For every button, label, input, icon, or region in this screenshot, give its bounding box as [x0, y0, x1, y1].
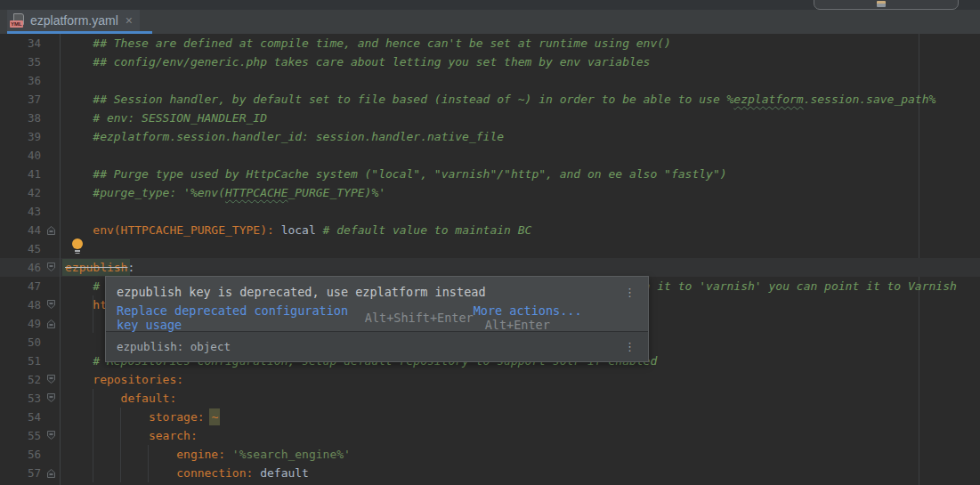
code-text: engine: '%search_engine%'	[61, 445, 351, 464]
code-text	[61, 202, 65, 221]
fold-marker-slot	[45, 352, 60, 370]
kebab-menu-icon[interactable]: ⋮	[622, 286, 637, 299]
fold-marker-icon[interactable]	[45, 314, 60, 333]
line-number: 57	[0, 464, 45, 482]
fold-marker-icon[interactable]	[45, 426, 60, 445]
code-line[interactable]: 36	[0, 71, 980, 90]
code-line[interactable]: 54 storage: ~	[0, 408, 980, 426]
fold-marker-icon[interactable]	[45, 464, 60, 482]
replace-action-shortcut: Alt+Shift+Enter	[365, 311, 474, 325]
line-number: 52	[0, 370, 45, 389]
code-line[interactable]: 41 ## Purge type used by HttpCache syste…	[0, 165, 980, 183]
code-text: #purge_type: '%env(HTTPCACHE_PURGE_TYPE)…	[61, 183, 385, 202]
line-number: 40	[0, 146, 45, 165]
code-text: ## config/env/generic.php takes care abo…	[61, 53, 650, 71]
code-line[interactable]: 45	[0, 239, 980, 258]
fold-marker-slot	[45, 127, 60, 146]
line-number: 55	[0, 426, 45, 445]
more-actions-link[interactable]: More actions...	[474, 303, 582, 318]
window-top-strip	[0, 0, 980, 10]
line-number: 53	[0, 389, 45, 408]
fold-marker-slot	[45, 109, 60, 127]
ide-window: YML ezplatform.yaml × 34 ## These are de…	[0, 0, 980, 485]
gutter: 34	[0, 34, 61, 53]
code-line[interactable]: 43	[0, 202, 980, 221]
yml-badge: YML	[10, 20, 23, 28]
more-actions-shortcut: Alt+Enter	[485, 318, 550, 332]
line-number: 45	[0, 239, 45, 258]
code-line[interactable]: 55 search:	[0, 426, 980, 445]
code-text: search:	[61, 426, 198, 445]
line-number: 35	[0, 53, 45, 71]
replace-action-link[interactable]: Replace deprecated configuration key usa…	[117, 303, 353, 332]
popup-doc-row: ezpublish: object ⋮	[106, 331, 648, 361]
code-text: ## These are defined at compile time, an…	[61, 34, 671, 53]
code-line[interactable]: 38 # env: SESSION_HANDLER_ID	[0, 109, 980, 127]
fold-marker-slot	[45, 71, 60, 90]
line-number: 50	[0, 333, 45, 352]
code-text: connection: default	[61, 464, 309, 482]
gutter: 55	[0, 426, 61, 445]
code-line[interactable]: 42 #purge_type: '%env(HTTPCACHE_PURGE_TY…	[0, 183, 980, 202]
code-text: ezpublish:	[61, 258, 134, 277]
line-number: 36	[0, 71, 45, 90]
popup-title-row: ezpublish key is deprecated, use ezplatf…	[106, 277, 648, 304]
code-line[interactable]: 35 ## config/env/generic.php takes care …	[0, 53, 980, 71]
code-text	[61, 314, 65, 333]
code-text	[61, 333, 65, 352]
gutter: 42	[0, 183, 61, 202]
intention-lightbulb-icon[interactable]	[72, 238, 84, 255]
line-number: 42	[0, 183, 45, 202]
gutter: 37	[0, 90, 61, 109]
gutter: 57	[0, 464, 61, 482]
intention-popup: ezpublish key is deprecated, use ezplatf…	[105, 276, 649, 362]
code-line[interactable]: 44 env(HTTPCACHE_PURGE_TYPE): local # de…	[0, 221, 980, 239]
code-line[interactable]: 57 connection: default	[0, 464, 980, 482]
tab-close-icon[interactable]: ×	[126, 14, 133, 27]
code-line[interactable]: 40	[0, 146, 980, 165]
code-line[interactable]: 39 #ezplatform.session.handler_id: sessi…	[0, 127, 980, 146]
fold-marker-icon[interactable]	[45, 295, 60, 314]
code-text: #ezplatform.session.handler_id: session.…	[61, 127, 504, 146]
popup-doc-text: ezpublish: object	[117, 340, 231, 353]
code-line[interactable]: 34 ## These are defined at compile time,…	[0, 34, 980, 53]
fold-marker-slot	[45, 202, 60, 221]
code-text: ## Session handler, by default set to fi…	[61, 90, 935, 109]
fold-marker-icon[interactable]	[45, 370, 60, 389]
tab-ezplatform-yaml[interactable]: YML ezplatform.yaml ×	[7, 10, 140, 31]
code-line[interactable]: 46ezpublish:	[0, 258, 980, 277]
code-text	[61, 146, 65, 165]
fold-marker-icon[interactable]	[45, 389, 60, 408]
code-text: ## Purge type used by HttpCache system (…	[61, 165, 727, 183]
fold-marker-slot	[45, 165, 60, 183]
gutter: 53	[0, 389, 61, 408]
popup-title: ezpublish key is deprecated, use ezplatf…	[117, 285, 486, 299]
line-number: 48	[0, 295, 45, 314]
line-number: 43	[0, 202, 45, 221]
gutter: 40	[0, 146, 61, 165]
code-line[interactable]: 52 repositories:	[0, 370, 980, 389]
code-lines: 34 ## These are defined at compile time,…	[0, 34, 980, 485]
tab-title: ezplatform.yaml	[30, 13, 118, 28]
kebab-menu-icon[interactable]: ⋮	[622, 340, 637, 353]
editor-tab-bar: YML ezplatform.yaml ×	[0, 10, 980, 34]
code-line[interactable]: 53 default:	[0, 389, 980, 408]
fold-marker-slot	[45, 183, 60, 202]
gutter: 35	[0, 53, 61, 71]
line-number: 44	[0, 221, 45, 239]
code-text: env(HTTPCACHE_PURGE_TYPE): local # defau…	[61, 221, 531, 239]
fold-marker-icon[interactable]	[45, 258, 60, 277]
fold-marker-icon[interactable]	[45, 221, 60, 239]
gutter: 49	[0, 314, 61, 333]
gutter: 50	[0, 333, 61, 352]
gutter: 52	[0, 370, 61, 389]
code-line[interactable]: 37 ## Session handler, by default set to…	[0, 90, 980, 109]
fold-marker-slot	[45, 34, 60, 53]
editor[interactable]: 34 ## These are defined at compile time,…	[0, 34, 980, 485]
deprecated-key[interactable]: ezpublish	[62, 259, 130, 276]
floating-toolbar[interactable]	[814, 0, 959, 10]
code-line[interactable]: 56 engine: '%search_engine%'	[0, 445, 980, 464]
line-number: 39	[0, 127, 45, 146]
gutter: 41	[0, 165, 61, 183]
line-number: 49	[0, 314, 45, 333]
